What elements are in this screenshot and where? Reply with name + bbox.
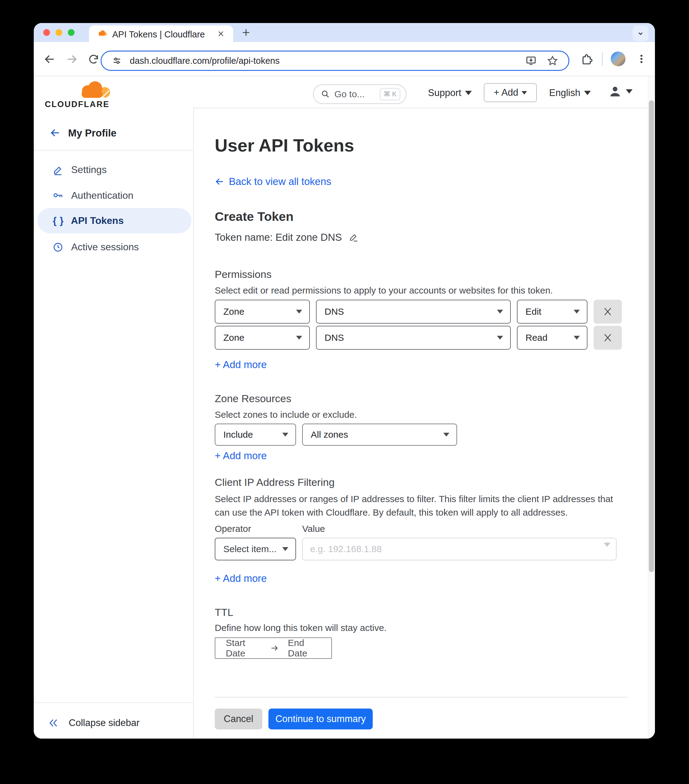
zone-value-dropdown[interactable]: All zones — [302, 423, 457, 446]
key-icon — [53, 191, 63, 201]
scrollbar-thumb[interactable] — [649, 100, 654, 572]
dropdown-value: Zone — [223, 306, 244, 317]
dropdown-value: Include — [223, 430, 253, 440]
tab-search-button[interactable] — [633, 25, 648, 41]
sidebar-item-label: API Tokens — [71, 215, 124, 226]
dropdown-value: All zones — [311, 430, 348, 440]
add-button[interactable]: + Add — [484, 83, 537, 102]
add-more-label: + Add more — [215, 573, 267, 584]
form-divider — [215, 697, 627, 697]
arrow-left-icon — [215, 177, 224, 186]
install-app-icon[interactable] — [526, 55, 537, 66]
tab-strip: API Tokens | Cloudflare — [34, 23, 655, 42]
address-bar[interactable]: dash.cloudflare.com/profile/api-tokens — [101, 51, 569, 71]
chevron-down-icon — [443, 433, 449, 437]
permissions-heading: Permissions — [215, 268, 272, 280]
sidebar-item-settings[interactable]: Settings — [53, 164, 107, 175]
sidebar-divider — [34, 150, 193, 151]
search-icon — [321, 90, 330, 99]
back-icon[interactable] — [44, 53, 56, 65]
continue-to-summary-button[interactable]: Continue to summary — [269, 708, 373, 730]
x-icon — [603, 333, 613, 343]
sidebar-item-api-tokens[interactable]: { } API Tokens — [53, 215, 124, 226]
zone-operator-dropdown[interactable]: Include — [215, 423, 296, 446]
braces-icon: { } — [53, 215, 64, 226]
ip-filtering-add-more-link[interactable]: + Add more — [215, 573, 267, 584]
sidebar-item-authentication[interactable]: Authentication — [53, 190, 134, 201]
extensions-icon[interactable] — [581, 53, 592, 65]
zoom-window-button[interactable] — [68, 29, 74, 36]
collapse-sidebar-button[interactable]: Collapse sidebar — [48, 717, 140, 728]
start-date-label: Start Date — [226, 638, 261, 659]
tab-title: API Tokens | Cloudflare — [112, 30, 205, 40]
chevron-down-icon — [604, 547, 610, 552]
avatar[interactable] — [611, 51, 625, 66]
goto-search[interactable]: Go to... ⌘ K — [313, 84, 407, 104]
back-to-tokens-link[interactable]: Back to view all tokens — [215, 176, 331, 188]
remove-permission-button[interactable] — [593, 300, 622, 324]
permission-access-dropdown[interactable]: Read — [517, 326, 587, 350]
chevron-down-icon — [574, 336, 580, 340]
zone-resources-heading: Zone Resources — [215, 393, 291, 405]
language-menu[interactable]: English — [549, 87, 591, 99]
cloudflare-header: CLOUDFLARE Go to... ⌘ K Support + Add En… — [34, 76, 655, 108]
site-settings-icon[interactable] — [112, 56, 122, 66]
url-text[interactable]: dash.cloudflare.com/profile/api-tokens — [130, 56, 279, 66]
sidebar-item-label: Active sessions — [71, 241, 139, 253]
operator-label: Operator — [215, 524, 251, 534]
sidebar-title[interactable]: My Profile — [68, 127, 117, 139]
chevron-down-icon — [497, 336, 503, 340]
close-window-button[interactable] — [43, 29, 50, 36]
add-label: + Add — [494, 87, 518, 98]
add-more-label: + Add more — [215, 450, 267, 462]
dropdown-value: DNS — [325, 333, 344, 343]
tab-close-icon[interactable] — [217, 30, 224, 38]
collapse-sidebar-label: Collapse sidebar — [69, 717, 140, 728]
chevron-down-icon — [584, 91, 591, 95]
permissions-add-more-link[interactable]: + Add more — [215, 359, 267, 371]
permission-access-dropdown[interactable]: Edit — [517, 300, 587, 324]
permission-resource-dropdown[interactable]: DNS — [316, 326, 511, 350]
zone-resources-description: Select zones to include or exclude. — [215, 410, 357, 420]
menu-dots-icon[interactable] — [636, 53, 647, 65]
bookmark-star-icon[interactable] — [547, 55, 558, 66]
ttl-description: Define how long this token will stay act… — [215, 623, 387, 633]
chevron-down-icon — [282, 547, 288, 551]
ttl-date-range-picker[interactable]: Start Date End Date — [215, 637, 332, 659]
chevron-down-icon — [497, 310, 503, 314]
browser-tab[interactable]: API Tokens | Cloudflare — [89, 25, 233, 42]
clock-icon — [53, 242, 63, 252]
cloudflare-favicon-icon — [97, 30, 107, 36]
forward-icon[interactable] — [66, 53, 78, 65]
profile-back-button[interactable] — [50, 127, 61, 138]
continue-label: Continue to summary — [275, 713, 366, 725]
permission-scope-dropdown[interactable]: Zone — [215, 326, 310, 350]
page-title: User API Tokens — [215, 135, 354, 155]
support-menu[interactable]: Support — [428, 87, 472, 99]
account-menu[interactable] — [608, 84, 633, 99]
remove-permission-button[interactable] — [593, 326, 622, 350]
cancel-button[interactable]: Cancel — [215, 708, 262, 730]
minimize-window-button[interactable] — [56, 29, 62, 36]
zone-resources-add-more-link[interactable]: + Add more — [215, 450, 267, 462]
goto-placeholder: Go to... — [335, 89, 364, 99]
chevron-down-icon — [296, 310, 302, 314]
sidebar-item-active-sessions[interactable]: Active sessions — [53, 241, 139, 253]
permission-scope-dropdown[interactable]: Zone — [215, 300, 310, 324]
token-name-text: Token name: Edit zone DNS — [215, 232, 342, 243]
sidebar-item-label: Authentication — [71, 190, 134, 201]
ip-operator-dropdown[interactable]: Select item... — [215, 538, 296, 560]
x-icon — [603, 306, 613, 317]
edit-pencil-icon[interactable] — [349, 232, 359, 242]
sidebar-footer-divider — [34, 702, 193, 703]
ip-value-field[interactable] — [302, 538, 616, 560]
new-tab-icon[interactable] — [241, 28, 251, 38]
user-icon — [608, 84, 622, 99]
permission-resource-dropdown[interactable]: DNS — [316, 300, 511, 324]
create-token-heading: Create Token — [215, 209, 293, 224]
end-date-label: End Date — [288, 638, 321, 659]
ip-value-input[interactable] — [302, 538, 616, 560]
double-chevron-left-icon — [48, 718, 58, 728]
refresh-icon[interactable] — [88, 53, 99, 65]
arrow-left-icon — [50, 127, 61, 138]
